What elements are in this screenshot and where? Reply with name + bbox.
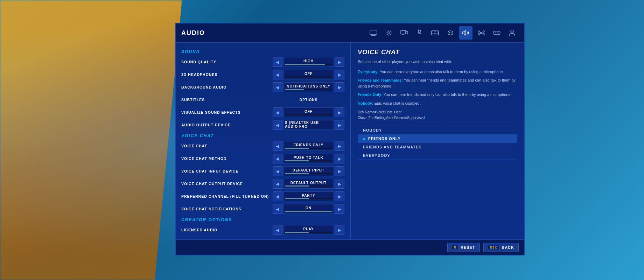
info-option-everybody-desc: You can hear everyone and can also talk … bbox=[380, 70, 504, 74]
background-audio-value: NOTIFICATIONS ONLY bbox=[283, 82, 334, 92]
dropdown-item-everybody[interactable]: EVERYBODY bbox=[358, 151, 517, 160]
voice-chat-method-prev[interactable]: ◀ bbox=[273, 154, 282, 163]
gear-icon[interactable] bbox=[382, 26, 396, 40]
back-key: ESC bbox=[488, 245, 500, 250]
voice-chat-method-bar bbox=[285, 160, 332, 161]
svg-rect-8 bbox=[432, 31, 439, 35]
3d-headphones-prev[interactable]: ◀ bbox=[273, 70, 282, 79]
keyboard-icon[interactable] bbox=[428, 26, 442, 40]
svg-rect-6 bbox=[406, 31, 408, 34]
voice-chat-method-control: ◀ PUSH TO TALK ▶ bbox=[273, 154, 344, 163]
dropdown-item-nobody[interactable]: NOBODY bbox=[358, 126, 517, 134]
preferred-channel-prev[interactable]: ◀ bbox=[273, 191, 282, 201]
voice-chat-dropdown: NOBODY ▶ FRIENDS ONLY FRIENDS AND TEAMMA… bbox=[358, 126, 517, 160]
licensed-audio-next[interactable]: ▶ bbox=[335, 225, 344, 235]
voice-chat-method-row: VOICE CHAT METHOD ◀ PUSH TO TALK ▶ bbox=[176, 152, 350, 165]
voice-chat-method-next[interactable]: ▶ bbox=[335, 154, 344, 163]
dropdown-item-everybody-label: EVERYBODY bbox=[363, 153, 390, 158]
audio-output-control: ◀ S (REALTEK USB AUDIO FRO ▶ bbox=[273, 120, 344, 130]
monitor-icon[interactable] bbox=[367, 26, 380, 40]
voice-chat-next[interactable]: ▶ bbox=[335, 141, 344, 151]
svg-point-32 bbox=[497, 32, 498, 33]
3d-headphones-next[interactable]: ▶ bbox=[335, 70, 344, 79]
reset-button[interactable]: R RESET bbox=[447, 243, 480, 252]
dropdown-item-friends-teammates[interactable]: FRIENDS AND TEAMMATES bbox=[358, 143, 517, 151]
visualize-sound-prev[interactable]: ◀ bbox=[273, 107, 282, 117]
voice-chat-prev[interactable]: ◀ bbox=[273, 141, 282, 151]
svg-rect-0 bbox=[370, 30, 377, 35]
visualize-sound-next[interactable]: ▶ bbox=[335, 107, 344, 117]
licensed-audio-control: ◀ PLAY ▶ bbox=[273, 225, 344, 235]
voice-chat-input-control: ◀ DEFAULT INPUT ▶ bbox=[273, 166, 344, 176]
svg-point-21 bbox=[478, 31, 479, 32]
licensed-audio-label: LICENSED AUDIO bbox=[181, 228, 273, 232]
panel-footer: R RESET ESC BACK bbox=[176, 239, 524, 255]
voice-chat-output-label: VOICE CHAT OUTPUT DEVICE bbox=[181, 182, 273, 186]
preferred-channel-text: PARTY bbox=[302, 194, 315, 197]
display-icon[interactable] bbox=[398, 26, 411, 40]
3d-headphones-control: ◀ OFF ▶ bbox=[273, 70, 344, 79]
sound-quality-prev[interactable]: ◀ bbox=[273, 57, 282, 67]
reset-key: R bbox=[452, 245, 459, 250]
audio-output-value: S (REALTEK USB AUDIO FRO bbox=[283, 120, 334, 130]
account-icon[interactable] bbox=[505, 26, 519, 40]
voice-chat-section-header: VOICE CHAT bbox=[176, 131, 350, 140]
visualize-sound-bar bbox=[285, 114, 332, 115]
voice-chat-notifications-value: ON bbox=[283, 204, 334, 214]
info-option-friends-teammates: Friends and Teammates: You can hear frie… bbox=[358, 77, 517, 89]
subtitles-value[interactable]: OPTIONS bbox=[273, 95, 344, 105]
audio-active-icon[interactable] bbox=[459, 26, 472, 40]
sound-quality-value: HIGH bbox=[283, 57, 334, 67]
back-button[interactable]: ESC BACK bbox=[483, 243, 519, 252]
audio-output-next[interactable]: ▶ bbox=[335, 120, 344, 130]
voice-chat-input-label: VOICE CHAT INPUT DEVICE bbox=[181, 169, 273, 173]
subtitles-row: SUBTITLES OPTIONS bbox=[176, 93, 350, 106]
sound-quality-label: SOUND QUALITY bbox=[181, 60, 273, 64]
voice-chat-output-prev[interactable]: ◀ bbox=[273, 179, 282, 189]
audio-output-row: AUDIO OUTPUT DEVICE ◀ S (REALTEK USB AUD… bbox=[176, 119, 350, 131]
info-option-nobody-desc: Epic voice chat is disabled. bbox=[374, 101, 421, 105]
licensed-audio-prev[interactable]: ◀ bbox=[273, 225, 282, 235]
3d-headphones-text: OFF bbox=[304, 72, 313, 76]
voice-chat-notifications-prev[interactable]: ◀ bbox=[273, 204, 282, 214]
dropdown-item-friends-only[interactable]: ▶ FRIENDS ONLY bbox=[358, 134, 517, 143]
voice-chat-input-prev[interactable]: ◀ bbox=[273, 166, 282, 176]
svg-point-23 bbox=[478, 34, 479, 35]
sound-quality-bar bbox=[285, 64, 332, 65]
dropdown-item-friends-only-label: FRIENDS ONLY bbox=[368, 136, 401, 141]
network-icon[interactable] bbox=[475, 26, 488, 40]
preferred-channel-next[interactable]: ▶ bbox=[335, 191, 344, 201]
visualize-sound-value: OFF bbox=[283, 107, 334, 117]
voice-chat-output-next[interactable]: ▶ bbox=[335, 179, 344, 189]
settings-panel: AUDIO bbox=[175, 23, 525, 255]
voice-chat-notifications-label: VOICE CHAT NOTIFICATIONS bbox=[181, 207, 273, 211]
svg-point-33 bbox=[498, 33, 499, 34]
voice-chat-label: VOICE CHAT bbox=[181, 144, 273, 148]
background-audio-bar bbox=[285, 89, 332, 90]
info-option-nobody-name: Nobody: bbox=[358, 101, 373, 105]
controller-icon[interactable] bbox=[444, 26, 457, 40]
background-audio-prev[interactable]: ◀ bbox=[273, 82, 282, 92]
licensed-audio-value: PLAY bbox=[283, 225, 334, 235]
3d-headphones-bar bbox=[285, 76, 332, 77]
gamepad2-icon[interactable] bbox=[490, 26, 503, 40]
voice-chat-method-value: PUSH TO TALK bbox=[283, 154, 334, 163]
svg-rect-5 bbox=[401, 30, 406, 34]
info-option-friends-only-desc: You can hear friends and only can also t… bbox=[384, 92, 512, 97]
voice-chat-notifications-row: VOICE CHAT NOTIFICATIONS ◀ ON ▶ bbox=[176, 203, 350, 215]
background-audio-next[interactable]: ▶ bbox=[335, 82, 344, 92]
voice-chat-bar bbox=[285, 148, 332, 149]
voice-chat-method-bar-fill bbox=[285, 160, 309, 161]
sound-quality-next[interactable]: ▶ bbox=[335, 57, 344, 67]
voice-chat-input-next[interactable]: ▶ bbox=[335, 166, 344, 176]
svg-rect-19 bbox=[462, 32, 464, 34]
licensed-audio-bar-fill bbox=[285, 232, 309, 233]
3d-headphones-label: 3D HEADPHONES bbox=[181, 72, 273, 77]
svg-line-25 bbox=[479, 32, 481, 33]
svg-point-34 bbox=[511, 30, 513, 33]
preferred-channel-control: ◀ PARTY ▶ bbox=[273, 191, 344, 201]
voice-chat-notifications-next[interactable]: ▶ bbox=[335, 204, 344, 214]
audio-output-prev[interactable]: ◀ bbox=[273, 120, 282, 130]
touch-icon[interactable] bbox=[413, 26, 426, 40]
info-dev-line2: Class=FortSettingValueDiscreteSupervised bbox=[358, 115, 517, 121]
